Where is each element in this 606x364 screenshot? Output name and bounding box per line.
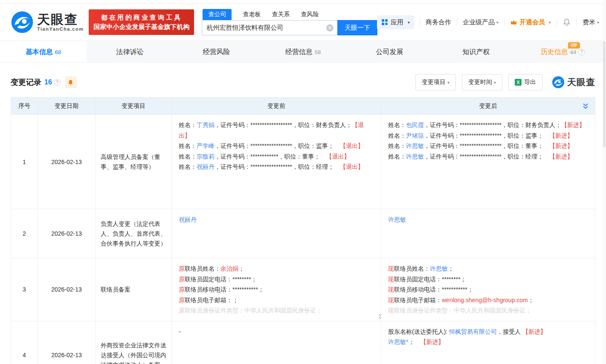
filter-button[interactable]: 变更项目▾ bbox=[415, 74, 456, 90]
entity-link[interactable]: 恒枫贸易有限公司 bbox=[449, 328, 497, 335]
change-line: 原联络员移动电话：***********； bbox=[179, 284, 374, 295]
change-tag: 【退出】 bbox=[340, 142, 364, 149]
brand-domain: TianYanCha.com bbox=[37, 26, 84, 32]
open-vip-menu[interactable]: 开通会员 ▾ bbox=[510, 18, 551, 26]
tab-经营信息[interactable]: 经营信息58 bbox=[260, 41, 346, 62]
entity-link[interactable]: 严学峰 bbox=[197, 142, 215, 149]
section-title: 变更记录 bbox=[11, 77, 41, 87]
collapse-table-icon[interactable] bbox=[582, 103, 589, 111]
column-header: 变更日期 bbox=[38, 98, 96, 115]
export-button[interactable]: X 导出 bbox=[508, 74, 542, 90]
entity-link[interactable]: 许思敏* bbox=[388, 338, 408, 345]
entity-link[interactable]: 许思敏 bbox=[406, 153, 424, 160]
search-tab[interactable]: 查公司 bbox=[203, 9, 232, 20]
vip-badge: VIP bbox=[568, 42, 580, 49]
enterprise-menu[interactable]: 企业级产品 ▾ bbox=[463, 18, 499, 26]
highlight-text: 原 bbox=[179, 286, 185, 293]
change-tag: 【退出】 bbox=[340, 163, 364, 170]
filter-buttons: 变更项目▾变更时间▾ bbox=[415, 74, 502, 90]
tab-经营风险[interactable]: 经营风险 bbox=[173, 41, 260, 62]
tab-历史信息[interactable]: 历史信息44?VIP bbox=[519, 41, 606, 62]
change-line: 姓名：尹绪琼，证件号码：******************，职位：监事； 【新… bbox=[388, 130, 588, 141]
entity-link[interactable]: 许思敏 bbox=[430, 265, 448, 272]
change-line: 姓名：祝丽丹，证件号码：******************，职位：经理； 【退… bbox=[179, 162, 374, 172]
entity-link[interactable]: 尹绪琼 bbox=[406, 132, 424, 139]
change-line: 原联络员身份证件类型：中华人民共和国居民身份证； bbox=[179, 305, 374, 316]
help-icon[interactable]: ? bbox=[578, 49, 585, 55]
table-row: 42026-02-13外商投资企业法律文件送达接受人（外国公司境内法律文书送达人… bbox=[11, 321, 595, 364]
user-menu[interactable]: 费米 ▾ bbox=[583, 18, 599, 26]
text-segment: ，证件号码：******************，职位：财务负责人； bbox=[424, 121, 561, 128]
tab-基本信息[interactable]: 基本信息68 bbox=[0, 41, 87, 62]
entity-link[interactable]: 祝丽丹 bbox=[179, 216, 197, 223]
change-item: 负责人变更（法定代表人、负责人、首席代表、合伙事务执行人等变更） bbox=[96, 209, 172, 258]
tab-label: 知识产权 bbox=[463, 48, 490, 55]
text-segment: ，证件号码：******************，职位：监事； bbox=[424, 132, 549, 139]
tab-知识产权[interactable]: 知识产权 bbox=[433, 41, 519, 62]
subscribe-bell-button[interactable] bbox=[65, 76, 77, 88]
text-segment: ； bbox=[408, 338, 420, 345]
slogan-line-1: 都在用的商业查询工具 bbox=[93, 13, 189, 22]
change-after-cell: 现联络员姓名：许思敏；现联络员固定电话：********；现联络员移动电话：**… bbox=[381, 258, 595, 321]
search-bar: ✕ 天眼一下 bbox=[202, 20, 377, 35]
text-segment: 联络员固定电话：********； bbox=[185, 276, 257, 283]
search-button[interactable]: 天眼一下 bbox=[337, 20, 377, 35]
search-tab[interactable]: 查关系 bbox=[272, 9, 290, 20]
help-icon[interactable]: ? bbox=[54, 79, 61, 86]
filter-button[interactable]: 变更时间▾ bbox=[462, 74, 502, 90]
entity-link[interactable]: 宗馥莉 bbox=[197, 153, 215, 160]
text-segment: - bbox=[179, 328, 181, 335]
site-logo[interactable]: 天眼查 TianYanCha.com bbox=[11, 11, 84, 34]
change-after-cell: 姓名：包民霞，证件号码：******************，职位：财务负责人；… bbox=[381, 115, 595, 209]
notifications-bell[interactable] bbox=[563, 18, 571, 26]
row-index: 4 bbox=[11, 321, 38, 364]
highlight-text: 原 bbox=[179, 265, 185, 272]
scrollbar-thumb[interactable] bbox=[603, 41, 606, 147]
change-date: 2026-02-13 bbox=[38, 209, 96, 258]
highlight-text: 现 bbox=[388, 286, 394, 293]
change-item: 高级管理人员备案（董事、监事、经理等） bbox=[96, 115, 172, 209]
entity-link[interactable]: 许思敏 bbox=[406, 142, 424, 149]
change-line: 现联络员姓名：许思敏； bbox=[388, 263, 588, 274]
change-line: 现联络员身份证件类型：中华人民共和国居民身份证； bbox=[388, 305, 588, 316]
tab-label: 基本信息 bbox=[26, 48, 53, 55]
search-tabs: 查公司查老板查关系查风险 bbox=[202, 9, 377, 20]
change-line: 姓名：严学峰，证件号码：******************，职位：监事； 【退… bbox=[179, 141, 374, 151]
tab-法律诉讼[interactable]: 法律诉讼 bbox=[87, 41, 173, 62]
filter-label: 变更项目 bbox=[422, 78, 446, 86]
text-segment: ，证件号码：******************，职位：监事； bbox=[215, 142, 340, 149]
faded-prefix: 原 bbox=[179, 307, 185, 314]
search-tab[interactable]: 查风险 bbox=[301, 9, 319, 20]
change-line: 股东名称(送达委托人): 恒枫贸易有限公司，接受人 【新进】 bbox=[388, 326, 588, 337]
highlight-text: 现 bbox=[388, 265, 394, 272]
search-input[interactable] bbox=[202, 20, 326, 35]
text-segment: ； bbox=[528, 297, 534, 303]
entity-link[interactable]: 许思敏 bbox=[388, 216, 406, 223]
search-tab[interactable]: 查老板 bbox=[243, 9, 261, 20]
clear-search-icon[interactable]: ✕ bbox=[326, 24, 333, 32]
change-tag: 【退出】 bbox=[326, 153, 350, 160]
company-tabbar: 基本信息68法律诉讼经营风险经营信息58公司发展知识产权历史信息44?VIP bbox=[0, 40, 606, 63]
entity-link[interactable]: 丁秀娟 bbox=[197, 121, 215, 128]
tab-公司发展[interactable]: 公司发展 bbox=[346, 41, 433, 62]
export-label: 导出 bbox=[524, 78, 536, 86]
slogan-line-2: 国家中小企业发展子基金旗下机构 bbox=[93, 22, 189, 32]
highlight-text: 原 bbox=[179, 297, 185, 303]
username: 费米 bbox=[583, 18, 595, 26]
entity-link[interactable]: 包民霞 bbox=[406, 121, 424, 128]
entity-link[interactable]: 祝丽丹 bbox=[197, 163, 215, 170]
change-line: - bbox=[179, 326, 374, 337]
text-segment: ，证件号码：******************，职位：经理； bbox=[424, 153, 549, 160]
change-tag: 【新进】 bbox=[549, 132, 573, 139]
change-date: 2026-02-13 bbox=[38, 258, 96, 321]
tab-count: 44 bbox=[570, 49, 576, 55]
expand-row-icon[interactable] bbox=[378, 313, 381, 320]
crown-icon bbox=[510, 19, 517, 26]
divider bbox=[457, 19, 457, 26]
text-segment: 联络员移动电话：***********； bbox=[185, 286, 264, 293]
biz-coop-link[interactable]: 商务合作 bbox=[426, 18, 451, 26]
highlight-text: wenlong.sheng@h-shgroup.com bbox=[442, 297, 528, 303]
text-segment: 股东名称(送达委托人): bbox=[388, 328, 449, 335]
scrollbar[interactable] bbox=[603, 0, 606, 364]
apps-menu[interactable]: 应用 ▾ bbox=[377, 15, 414, 29]
